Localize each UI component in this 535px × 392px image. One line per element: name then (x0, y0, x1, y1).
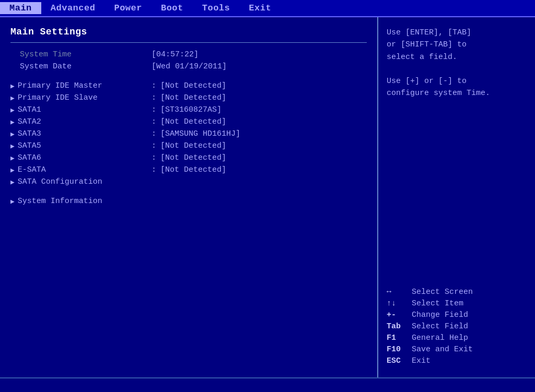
setting-row[interactable]: ▶ SATA3:[SAMSUNG HD161HJ] (10, 129, 367, 138)
setting-label: ▶ SATA2 (10, 117, 152, 126)
arrow-icon: ▶ (10, 106, 15, 114)
arrow-icon: ▶ (10, 166, 15, 174)
help-text: Use [ENTER], [TAB] or [SHIFT-TAB] to sel… (387, 27, 527, 100)
section-divider (10, 42, 367, 43)
arrow-icon: ▶ (10, 130, 15, 138)
setting-value: [Wed 01/19/2011] (152, 62, 367, 71)
setting-label-text: System Date (20, 62, 72, 71)
setting-label: ▶ SATA5 (10, 141, 152, 150)
key-name: ↑↓ (387, 299, 412, 308)
setting-row[interactable]: ▶ SATA2:[Not Detected] (10, 117, 367, 126)
setting-label-text: SATA2 (18, 117, 41, 126)
arrow-icon: ▶ (10, 118, 15, 126)
setting-label: ▶ Primary IDE Master (10, 81, 152, 90)
setting-colon: : (152, 165, 156, 174)
key-desc: Select Item (412, 299, 463, 308)
setting-colon: : (152, 105, 156, 114)
arrow-icon: ▶ (10, 178, 15, 186)
arrow-icon: ▶ (10, 142, 15, 150)
setting-label-text: E-SATA (18, 165, 46, 174)
setting-value: [Not Detected] (160, 153, 367, 162)
content-area: Main Settings System Time[04:57:22]Syste… (0, 17, 535, 377)
settings-list: System Time[04:57:22]System Date[Wed 01/… (10, 50, 367, 206)
section-title: Main Settings (10, 27, 367, 37)
arrow-icon: ▶ (10, 154, 15, 162)
setting-label: ▶ Primary IDE Slave (10, 93, 152, 102)
setting-colon: : (152, 129, 156, 138)
key-row: ↑↓Select Item (387, 299, 527, 308)
arrow-icon: ▶ (10, 197, 15, 206)
menu-item-boot[interactable]: Boot (152, 2, 193, 14)
setting-label-text: SATA5 (18, 141, 41, 150)
key-desc: Select Field (412, 322, 468, 331)
setting-colon: : (152, 81, 156, 90)
setting-colon: : (152, 153, 156, 162)
key-row: +-Change Field (387, 311, 527, 319)
setting-label-text: System Time (20, 50, 72, 59)
setting-label: System Date (10, 62, 152, 71)
setting-row[interactable]: ▶ System Information (10, 197, 367, 206)
setting-label-text: SATA Configuration (18, 177, 102, 186)
setting-colon: : (152, 141, 156, 150)
setting-label: ▶ SATA1 (10, 105, 152, 114)
setting-label-text: SATA1 (18, 105, 41, 114)
setting-row[interactable]: ▶ Primary IDE Master:[Not Detected] (10, 81, 367, 90)
setting-row[interactable]: ▶ E-SATA:[Not Detected] (10, 165, 367, 174)
setting-value: [ST3160827AS] (160, 105, 367, 114)
setting-label-text: Primary IDE Master (18, 81, 102, 90)
setting-label-text: SATA3 (18, 129, 41, 138)
setting-label-text: System Information (18, 197, 102, 206)
menu-item-advanced[interactable]: Advanced (41, 2, 105, 14)
menu-item-power[interactable]: Power (104, 2, 152, 14)
menu-item-exit[interactable]: Exit (239, 2, 281, 14)
spacer (10, 74, 367, 81)
setting-value: [04:57:22] (152, 50, 367, 59)
key-name: +- (387, 311, 412, 319)
setting-label: ▶ System Information (10, 197, 152, 206)
key-desc: Exit (412, 357, 431, 365)
setting-row[interactable]: ▶ SATA1:[ST3160827AS] (10, 105, 367, 114)
key-name: ↔ (387, 288, 412, 296)
menu-item-tools[interactable]: Tools (193, 2, 240, 14)
setting-label: ▶ SATA Configuration (10, 177, 152, 186)
left-panel: Main Settings System Time[04:57:22]Syste… (0, 17, 378, 377)
bottom-bar (0, 377, 535, 392)
setting-label: ▶ SATA3 (10, 129, 152, 138)
key-desc: Change Field (412, 311, 468, 319)
setting-row[interactable]: ▶ SATA5:[Not Detected] (10, 141, 367, 150)
setting-value: [Not Detected] (160, 165, 367, 174)
key-row: TabSelect Field (387, 322, 527, 331)
key-name: Tab (387, 322, 412, 331)
setting-row[interactable]: System Time[04:57:22] (10, 50, 367, 59)
setting-label: System Time (10, 50, 152, 59)
key-name: F10 (387, 345, 412, 354)
setting-row[interactable]: ▶ SATA Configuration (10, 177, 367, 186)
key-desc: Select Screen (412, 288, 473, 296)
setting-label-text: SATA6 (18, 153, 41, 162)
setting-value: [SAMSUNG HD161HJ] (160, 129, 367, 138)
spacer (10, 189, 367, 197)
key-desc: General Help (412, 334, 468, 342)
key-row: ESCExit (387, 357, 527, 365)
right-panel: Use [ENTER], [TAB] or [SHIFT-TAB] to sel… (378, 17, 535, 377)
setting-value: [Not Detected] (160, 141, 367, 150)
arrow-icon: ▶ (10, 82, 15, 90)
key-row: F10Save and Exit (387, 345, 527, 354)
menu-item-main[interactable]: Main (0, 2, 41, 14)
setting-colon: : (152, 117, 156, 126)
setting-colon: : (152, 93, 156, 102)
setting-value: [Not Detected] (160, 93, 367, 102)
setting-label: ▶ E-SATA (10, 165, 152, 174)
key-row: F1General Help (387, 334, 527, 342)
menu-bar: MainAdvancedPowerBootToolsExit (0, 0, 535, 17)
setting-row[interactable]: ▶ Primary IDE Slave:[Not Detected] (10, 93, 367, 102)
key-list: ↔Select Screen↑↓Select Item+-Change Fiel… (387, 288, 527, 368)
setting-row[interactable]: System Date[Wed 01/19/2011] (10, 62, 367, 71)
key-row: ↔Select Screen (387, 288, 527, 296)
key-desc: Save and Exit (412, 345, 473, 354)
arrow-icon: ▶ (10, 94, 15, 102)
setting-label-text: Primary IDE Slave (18, 93, 98, 102)
setting-row[interactable]: ▶ SATA6:[Not Detected] (10, 153, 367, 162)
setting-label: ▶ SATA6 (10, 153, 152, 162)
key-name: ESC (387, 357, 412, 365)
